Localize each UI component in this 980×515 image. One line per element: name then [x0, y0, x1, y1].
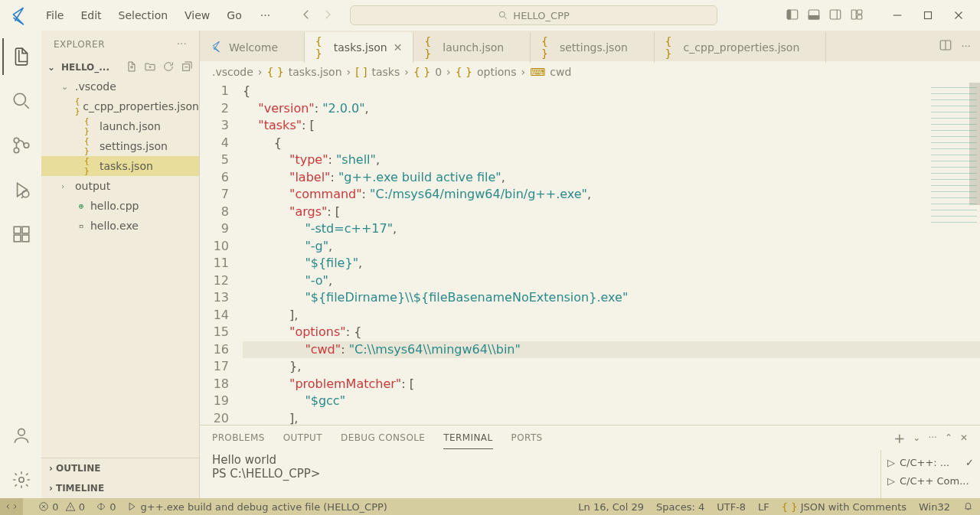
folder-.vscode[interactable]: ⌄.vscode [41, 77, 199, 96]
menu-overflow[interactable]: ··· [253, 6, 278, 24]
tree-label: hello.exe [90, 220, 139, 232]
remote-indicator-icon[interactable] [0, 498, 23, 515]
svg-rect-6 [851, 10, 856, 19]
status-ports[interactable]: 0 [96, 501, 116, 513]
activity-extensions-icon[interactable] [2, 216, 39, 253]
window-maximize-icon[interactable] [913, 3, 943, 28]
file-hello.exe[interactable]: ▫hello.exe [41, 216, 199, 236]
menu-file[interactable]: File [38, 6, 71, 24]
menu-go[interactable]: Go [219, 6, 249, 24]
status-errors[interactable]: 0 0 [38, 501, 85, 513]
layout-sidebar-right-icon[interactable] [828, 8, 842, 24]
layout-customize-icon[interactable] [850, 8, 864, 24]
window-close-icon[interactable] [943, 3, 974, 28]
tab-c_cpp_properties-json[interactable]: { }c_cpp_properties.json✕ [655, 32, 826, 63]
tab-label: settings.json [560, 41, 628, 54]
scrollbar-vertical[interactable] [969, 83, 980, 205]
new-folder-icon[interactable] [144, 60, 156, 75]
svg-rect-7 [858, 10, 862, 14]
file-tasks.json[interactable]: { }tasks.json [41, 156, 199, 176]
sidebar-more-icon[interactable]: ··· [177, 39, 187, 50]
new-file-icon[interactable] [126, 60, 138, 75]
file-launch.json[interactable]: { }launch.json [41, 116, 199, 136]
menu-selection[interactable]: Selection [111, 6, 176, 24]
sidebar: EXPLORER ··· ⌄ HELLO_... ⌄.vscode{ }c_cp… [41, 31, 200, 498]
status-language[interactable]: { } JSON with Comments [782, 501, 906, 513]
terminal-instance[interactable]: ▷C/C++ Com... [887, 471, 974, 490]
editor-tabs: Welcome✕{ }tasks.json✕{ }launch.json✕{ }… [200, 31, 980, 61]
svg-point-20 [19, 478, 24, 483]
tab-more-icon[interactable]: ··· [962, 41, 971, 52]
panel-tab-output[interactable]: OUTPUT [283, 427, 322, 448]
json-icon: { } [84, 120, 96, 132]
breadcrumb-item[interactable]: tasks [372, 66, 400, 78]
panel-tab-debug-console[interactable]: DEBUG CONSOLE [341, 427, 425, 448]
sidebar-section-outline[interactable]: ›OUTLINE [41, 458, 199, 478]
breadcrumb-item[interactable]: cwd [550, 66, 571, 78]
status-indent[interactable]: Spaces: 4 [656, 501, 704, 513]
nav-back-icon[interactable] [299, 8, 313, 24]
command-center[interactable]: HELLO_CPP [350, 5, 717, 25]
file-c_cpp_properties.json[interactable]: { }c_cpp_properties.json [41, 96, 199, 116]
json-icon: { } [84, 140, 96, 152]
tree-label: launch.json [100, 120, 161, 132]
terminal-dropdown-icon[interactable]: ⌄ [913, 432, 920, 443]
check-icon: ✓ [965, 457, 974, 468]
panel-tab-problems[interactable]: PROBLEMS [212, 427, 265, 448]
panel-tab-ports[interactable]: PORTS [511, 427, 543, 448]
activity-debug-icon[interactable] [2, 171, 39, 208]
titlebar: FileEditSelectionViewGo ··· HELLO_CPP [0, 0, 980, 31]
status-platform[interactable]: Win32 [919, 501, 950, 513]
svg-rect-17 [22, 235, 29, 242]
activity-settings-icon[interactable] [2, 461, 39, 498]
breadcrumb-item[interactable]: 0 [435, 66, 442, 78]
activity-explorer-icon[interactable] [2, 38, 39, 75]
status-notifications-icon[interactable] [962, 500, 974, 513]
code-editor[interactable]: 1234567891011121314151617181920 { "versi… [200, 83, 980, 425]
status-cursor-pos[interactable]: Ln 16, Col 29 [578, 501, 644, 513]
layout-panel-icon[interactable] [807, 8, 821, 24]
new-terminal-icon[interactable]: + [893, 430, 905, 446]
sidebar-section-timeline[interactable]: ›TIMELINE [41, 478, 199, 498]
code-lines[interactable]: { "version": "2.0.0", "tasks": [ { "type… [243, 83, 980, 425]
svg-rect-15 [14, 227, 21, 233]
refresh-icon[interactable] [162, 60, 175, 75]
file-hello.cpp[interactable]: ⊕hello.cpp [41, 196, 199, 216]
panel-tab-terminal[interactable]: TERMINAL [443, 427, 492, 449]
status-eol[interactable]: LF [758, 501, 769, 513]
tab-launch-json[interactable]: { }launch.json✕ [413, 32, 531, 63]
activity-search-icon[interactable] [2, 83, 39, 119]
tab-tasks-json[interactable]: { }tasks.json✕ [305, 32, 414, 63]
panel-close-icon[interactable]: ✕ [960, 432, 968, 443]
terminal-instance[interactable]: ▷C/C++: ...✓ [887, 453, 974, 471]
menu-view[interactable]: View [177, 6, 217, 24]
tab-label: Welcome [229, 41, 278, 54]
status-encoding[interactable]: UTF-8 [717, 501, 746, 513]
split-editor-icon[interactable] [939, 38, 952, 54]
nav-forward-icon[interactable] [321, 8, 335, 24]
tab-label: launch.json [443, 41, 504, 54]
tab-welcome[interactable]: Welcome✕ [200, 32, 305, 63]
breadcrumb-item[interactable]: .vscode [212, 66, 253, 78]
sidebar-workspace-header[interactable]: ⌄ HELLO_... [41, 58, 199, 77]
terminal-output[interactable]: Hello worldPS C:\HELLO_CPP> [200, 450, 880, 498]
breadcrumb[interactable]: .vscode›{ }tasks.json›[ ]tasks›{ }0›{ }o… [200, 61, 980, 83]
breadcrumb-item[interactable]: options [477, 66, 517, 78]
panel-more-icon[interactable]: ··· [928, 432, 936, 443]
menu-edit[interactable]: Edit [73, 6, 109, 24]
panel-maximize-icon[interactable]: ⌃ [945, 432, 952, 443]
collapse-all-icon[interactable] [181, 60, 193, 75]
activity-scm-icon[interactable] [2, 127, 39, 164]
folder-output[interactable]: ›output [41, 176, 199, 196]
close-icon[interactable]: ✕ [394, 41, 403, 54]
tab-label: tasks.json [334, 41, 387, 54]
activity-account-icon[interactable] [2, 417, 39, 454]
file-settings.json[interactable]: { }settings.json [41, 136, 199, 156]
json-icon: { } [541, 35, 554, 60]
breadcrumb-item[interactable]: tasks.json [289, 66, 342, 78]
window-minimize-icon[interactable] [882, 3, 913, 28]
tab-settings-json[interactable]: { }settings.json✕ [531, 32, 655, 63]
json-icon: { } [424, 35, 436, 60]
layout-sidebar-left-icon[interactable] [786, 8, 799, 24]
status-build-target[interactable]: g++.exe build and debug active file (HEL… [126, 501, 387, 513]
